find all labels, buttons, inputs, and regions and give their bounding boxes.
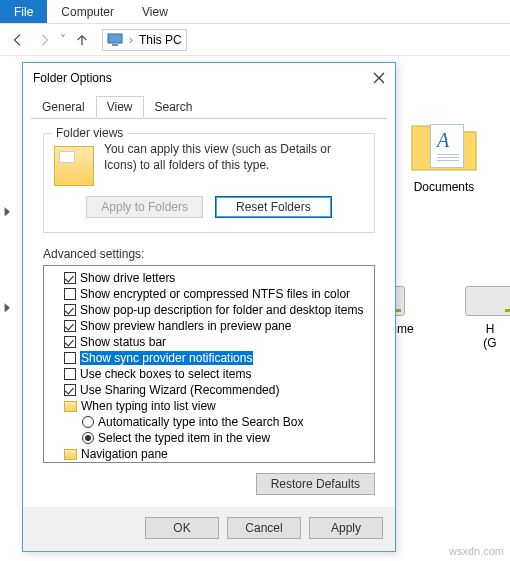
setting-row[interactable]: Show sync provider notifications — [46, 350, 372, 366]
folder-views-text: You can apply this view (such as Details… — [104, 142, 364, 186]
checkbox-icon[interactable] — [64, 384, 76, 396]
tab-strip: General View Search — [23, 92, 395, 118]
ok-button[interactable]: OK — [145, 517, 219, 539]
restore-defaults-button[interactable]: Restore Defaults — [256, 473, 375, 495]
checkbox-icon[interactable] — [64, 336, 76, 348]
folder-views-group: Folder views You can apply this view (su… — [43, 133, 375, 233]
radio-icon[interactable] — [82, 416, 94, 428]
setting-row[interactable]: Select the typed item in the view — [46, 430, 372, 446]
drive-icon — [465, 286, 510, 316]
ribbon-tab-view[interactable]: View — [128, 0, 182, 23]
setting-row[interactable]: Use Sharing Wizard (Recommended) — [46, 382, 372, 398]
folder-icon — [64, 401, 77, 412]
setting-row[interactable]: Navigation pane — [46, 446, 372, 462]
setting-row[interactable]: Show encrypted or compressed NTFS files … — [46, 286, 372, 302]
setting-row[interactable]: Show pop-up description for folder and d… — [46, 302, 372, 318]
folder-views-icon — [54, 146, 94, 186]
nav-toolbar: ˅ › This PC — [0, 24, 510, 56]
reset-folders-button[interactable]: Reset Folders — [215, 196, 332, 218]
apply-button[interactable]: Apply — [309, 517, 383, 539]
setting-label: Show preview handlers in preview pane — [80, 319, 291, 333]
setting-label: Show encrypted or compressed NTFS files … — [80, 287, 350, 301]
checkbox-icon[interactable] — [64, 352, 76, 364]
checkbox-icon[interactable] — [64, 368, 76, 380]
setting-label: Use Sharing Wizard (Recommended) — [80, 383, 279, 397]
setting-label: Show pop-up description for folder and d… — [80, 303, 364, 317]
setting-label: Use check boxes to select items — [80, 367, 251, 381]
drive-g-item[interactable]: H (G — [450, 286, 510, 350]
tab-panel-view: Folder views You can apply this view (su… — [31, 118, 387, 507]
dialog-titlebar: Folder Options — [23, 63, 395, 92]
setting-label: Navigation pane — [81, 447, 168, 461]
advanced-settings-list[interactable]: Show drive lettersShow encrypted or comp… — [43, 265, 375, 463]
documents-folder-item[interactable]: Documents — [408, 116, 480, 194]
recent-dropdown-icon[interactable]: ˅ — [60, 33, 66, 47]
address-text: This PC — [139, 33, 182, 47]
setting-label: Select the typed item in the view — [98, 431, 270, 445]
folder-views-legend: Folder views — [52, 126, 127, 140]
setting-row[interactable]: Show drive letters — [46, 270, 372, 286]
setting-row[interactable]: Show preview handlers in preview pane — [46, 318, 372, 334]
folder-options-dialog: Folder Options General View Search Folde… — [22, 62, 396, 552]
close-icon[interactable] — [373, 72, 385, 84]
dialog-title: Folder Options — [33, 71, 112, 85]
checkbox-icon[interactable] — [64, 288, 76, 300]
setting-row[interactable]: Show status bar — [46, 334, 372, 350]
cancel-button[interactable]: Cancel — [227, 517, 301, 539]
setting-row[interactable]: Use check boxes to select items — [46, 366, 372, 382]
forward-icon[interactable] — [34, 30, 54, 50]
tree-expand-icon[interactable]: ⯈⯈ — [2, 206, 13, 314]
setting-label: Automatically type into the Search Box — [98, 415, 303, 429]
up-icon[interactable] — [72, 30, 92, 50]
setting-row[interactable]: When typing into list view — [46, 398, 372, 414]
tab-general[interactable]: General — [31, 96, 96, 118]
tab-search[interactable]: Search — [144, 96, 204, 118]
svg-rect-1 — [112, 44, 118, 46]
checkbox-icon[interactable] — [64, 272, 76, 284]
content-area: ⯈⯈ Documents New Volume (F:) H (G Folder… — [0, 56, 510, 561]
ribbon-tab-computer[interactable]: Computer — [47, 0, 128, 23]
setting-label: When typing into list view — [81, 399, 216, 413]
back-icon[interactable] — [8, 30, 28, 50]
dialog-button-row: OK Cancel Apply — [23, 507, 395, 551]
ribbon: File Computer View — [0, 0, 510, 24]
setting-label: Show sync provider notifications — [80, 351, 253, 365]
advanced-settings-label: Advanced settings: — [43, 247, 375, 261]
ribbon-tab-file[interactable]: File — [0, 0, 47, 23]
checkbox-icon[interactable] — [64, 304, 76, 316]
setting-label: Show drive letters — [80, 271, 175, 285]
chevron-right-icon: › — [129, 33, 133, 47]
drive-g-label-a: H — [450, 322, 510, 336]
this-pc-icon — [107, 33, 123, 47]
radio-icon[interactable] — [82, 432, 94, 444]
drive-g-label-b: (G — [450, 336, 510, 350]
watermark: wsxdn.com — [449, 545, 504, 557]
folder-icon — [64, 449, 77, 460]
apply-to-folders-button: Apply to Folders — [86, 196, 203, 218]
setting-row[interactable]: Automatically type into the Search Box — [46, 414, 372, 430]
setting-label: Show status bar — [80, 335, 166, 349]
tab-view[interactable]: View — [96, 96, 144, 118]
documents-label: Documents — [408, 180, 480, 194]
svg-rect-0 — [108, 34, 122, 43]
address-bar[interactable]: › This PC — [102, 29, 187, 51]
checkbox-icon[interactable] — [64, 320, 76, 332]
